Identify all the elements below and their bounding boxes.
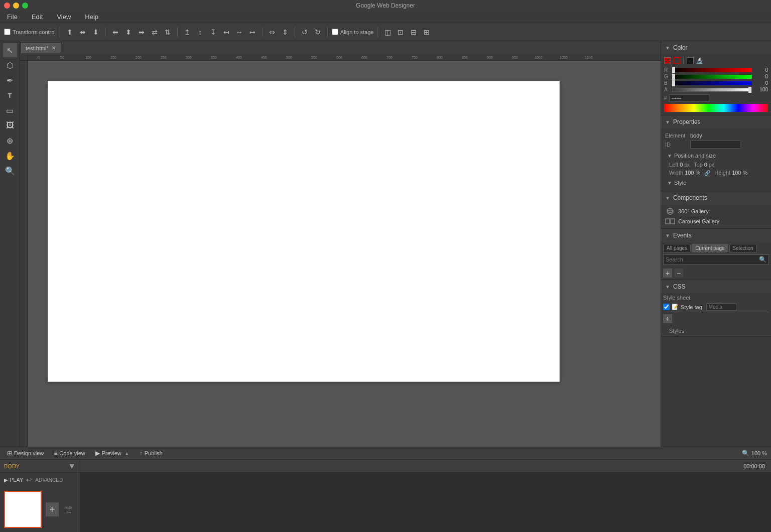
shadow-btn[interactable]: ◫ (382, 27, 393, 38)
text-tool-btn[interactable]: T (3, 88, 17, 102)
filter-btn[interactable]: ⊡ (395, 27, 406, 38)
pen-tool-btn[interactable]: ✒ (3, 73, 17, 87)
search-tool-btn[interactable]: 🔍 (3, 164, 17, 178)
canvas-tab-test[interactable]: test.html* ✕ (20, 42, 61, 53)
style-header[interactable]: ▼ Style (665, 178, 767, 187)
events-tab-current[interactable]: Current page (692, 244, 728, 252)
flip-h-btn[interactable]: ⇔ (267, 27, 278, 38)
a-slider[interactable] (672, 88, 752, 92)
publish-btn[interactable]: ↑ Publish (137, 448, 166, 458)
timeline-frames[interactable] (80, 473, 771, 532)
add-frame-btn[interactable]: + (46, 502, 59, 516)
events-add-btn[interactable]: + (663, 269, 672, 278)
tab-filename: test.html* (26, 45, 49, 51)
eyedropper-btn[interactable]: 🔬 (696, 57, 703, 64)
position-size-header[interactable]: ▼ Position and size (665, 151, 767, 160)
minimize-button[interactable] (13, 3, 19, 9)
close-button[interactable] (4, 3, 10, 9)
align-top2-btn[interactable]: ↥ (182, 27, 193, 38)
fill-swatch[interactable] (664, 57, 671, 64)
delete-frame-btn[interactable]: 🗑 (63, 502, 76, 516)
flip-v-btn[interactable]: ⇕ (280, 27, 291, 38)
menu-view[interactable]: View (54, 12, 74, 22)
play-btn[interactable]: ▶ PLAY (4, 477, 23, 483)
distribute-h-btn[interactable]: ⇄ (149, 27, 160, 38)
align-to-stage-checkbox[interactable]: Align to stage (332, 29, 374, 35)
toolbar-separator-3 (177, 27, 178, 37)
black-swatch[interactable] (687, 57, 694, 64)
align-mid2-btn[interactable]: ↕ (195, 27, 206, 38)
link-btn[interactable]: ⊞ (421, 27, 432, 38)
design-view-btn[interactable]: ⊞ Design view (4, 448, 47, 458)
component-360-gallery[interactable]: 360° Gallery (663, 206, 769, 216)
transform-control-checkbox[interactable]: Transform control (4, 29, 56, 35)
select-tool-btn[interactable]: ↖ (3, 43, 17, 57)
canvas-scroll[interactable] (28, 61, 661, 447)
frame-thumbnail-1[interactable] (4, 491, 42, 528)
menu-file[interactable]: File (4, 12, 21, 22)
window-controls[interactable] (4, 3, 28, 9)
maximize-button[interactable] (22, 3, 28, 9)
thumbnail-row: + 🗑 (0, 487, 80, 532)
events-tab-selection[interactable]: Selection (729, 244, 757, 252)
align-to-stage-input[interactable] (332, 29, 338, 35)
timeline-right: 00:00:00 (80, 460, 771, 532)
css-header[interactable]: ▼ CSS (661, 280, 771, 293)
canvas-frame[interactable] (48, 81, 560, 382)
div-tool-btn[interactable]: ▭ (3, 103, 17, 117)
menu-help[interactable]: Help (82, 12, 101, 22)
timeline-expand-btn[interactable]: ▼ (68, 462, 76, 471)
transform-control-input[interactable] (4, 29, 11, 35)
rotate-left-btn[interactable]: ↺ (299, 27, 310, 38)
style-tag-checkbox[interactable] (663, 304, 670, 310)
advanced-btn[interactable]: ADVANCED (35, 477, 63, 483)
b-slider[interactable] (672, 81, 752, 85)
tab-close-btn[interactable]: ✕ (52, 45, 56, 51)
stroke-swatch[interactable] (673, 57, 680, 64)
align-center-btn[interactable]: ⬍ (123, 27, 134, 38)
distribute-v-btn[interactable]: ⇅ (162, 27, 173, 38)
zoom-icon: ⊕ (7, 136, 13, 146)
components-header[interactable]: ▼ Components (661, 191, 771, 204)
css-divider (663, 312, 769, 312)
hand-tool-btn[interactable]: ✋ (3, 149, 17, 163)
shape-tool-btn[interactable]: ⬡ (3, 58, 17, 72)
events-header[interactable]: ▼ Events (661, 229, 771, 242)
align-cent2-btn[interactable]: ↔ (234, 27, 245, 38)
id-input[interactable] (690, 141, 740, 149)
rotate-right-btn[interactable]: ↻ (312, 27, 323, 38)
g-channel-row: G 0 (664, 74, 768, 79)
events-search-input[interactable] (666, 256, 759, 262)
properties-header[interactable]: ▼ Properties (661, 115, 771, 128)
align-left-btn[interactable]: ⬅ (110, 27, 121, 38)
events-remove-btn[interactable]: − (674, 269, 683, 278)
align-top-btn[interactable]: ⬆ (64, 27, 75, 38)
align-right-btn[interactable]: ➡ (136, 27, 147, 38)
menu-edit[interactable]: Edit (29, 12, 46, 22)
image-tool-btn[interactable]: 🖼 (3, 118, 17, 132)
g-slider[interactable] (672, 75, 752, 79)
preview-dropdown-arrow[interactable]: ▲ (124, 451, 130, 456)
align-bot2-btn[interactable]: ↧ (208, 27, 219, 38)
align-bottom-btn[interactable]: ⬇ (90, 27, 101, 38)
align-middle-btn[interactable]: ⬌ (77, 27, 88, 38)
color-spectrum[interactable] (664, 104, 768, 112)
align-rig2-btn[interactable]: ↦ (247, 27, 258, 38)
link-proportions-icon[interactable]: 🔗 (704, 170, 710, 176)
g-label: G (664, 74, 670, 79)
r-slider[interactable] (672, 68, 752, 72)
clip-btn[interactable]: ⊟ (408, 27, 419, 38)
zoom-tool-btn[interactable]: ⊕ (3, 134, 17, 148)
hex-input[interactable] (669, 94, 709, 102)
toolbar-separator-1 (60, 27, 60, 37)
undo-btn[interactable]: ↩ (26, 476, 32, 484)
component-carousel-gallery[interactable]: Carousel Gallery (663, 216, 769, 226)
toolbar-separator-7 (377, 27, 378, 37)
color-header[interactable]: ▼ Color (661, 41, 771, 54)
code-view-btn[interactable]: ≡ Code view (51, 448, 88, 458)
events-tab-all[interactable]: All pages (663, 244, 691, 252)
preview-btn[interactable]: ▶ Preview ▲ (92, 448, 133, 458)
css-add-btn[interactable]: + (663, 314, 672, 323)
align-left2-btn[interactable]: ↤ (221, 27, 232, 38)
style-tag-media[interactable] (706, 303, 736, 311)
